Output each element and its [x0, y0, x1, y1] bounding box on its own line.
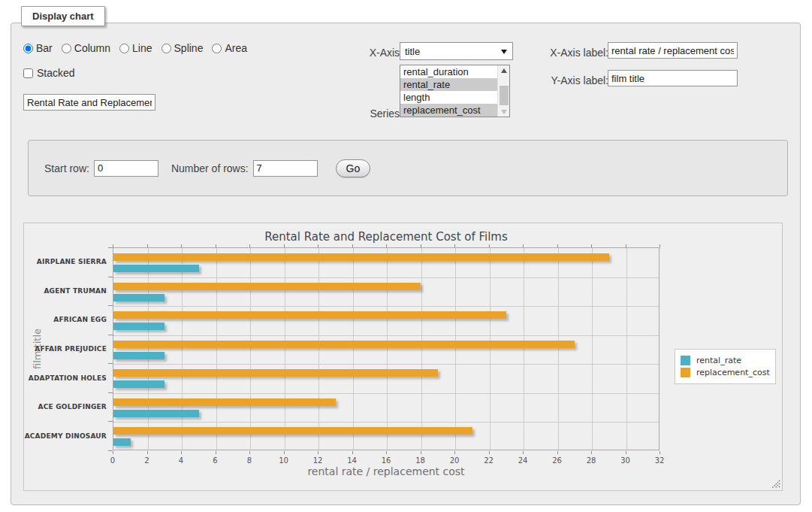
x-tick-mark — [454, 244, 455, 247]
panel-title: Display chart — [21, 6, 105, 26]
chart-type-option-area[interactable]: Area — [212, 42, 247, 54]
chart-type-option-column[interactable]: Column — [62, 42, 110, 54]
scroll-up-button[interactable] — [498, 65, 510, 75]
x-tick-mark — [318, 244, 318, 247]
x-tick-mark — [147, 451, 148, 454]
chart-type-option-bar[interactable]: Bar — [23, 42, 53, 54]
num-rows-input[interactable] — [253, 160, 318, 177]
gridline-horizontal — [113, 277, 659, 278]
bar-rental_rate — [113, 410, 199, 417]
stacked-option[interactable]: Stacked — [23, 67, 75, 79]
chart-type-options: BarColumnLineSplineArea — [23, 42, 256, 54]
display-chart-page: Display chart BarColumnLineSplineArea St… — [0, 0, 812, 512]
y-category-label: ADAPTATION HOLES — [24, 374, 107, 382]
x-tick-mark — [352, 451, 353, 454]
bar-replacement_cost — [113, 253, 609, 261]
gridline-vertical — [455, 248, 456, 450]
x-tick-mark — [489, 451, 490, 454]
start-row-input[interactable] — [94, 160, 158, 177]
series-option-replacement_cost[interactable]: replacement_cost — [400, 104, 497, 117]
bar-rental_rate — [113, 265, 199, 272]
chart-grid — [113, 247, 660, 450]
chart-legend: rental_ratereplacement_cost — [675, 349, 776, 384]
legend-label: replacement_cost — [696, 368, 770, 377]
xaxis-select-label: X-Axis: — [324, 47, 403, 59]
legend-swatch — [681, 368, 690, 377]
stacked-checkbox[interactable] — [23, 68, 33, 78]
y-tick-mark — [108, 335, 113, 335]
yaxis-label-field-label: Y-Axis label: — [537, 74, 608, 86]
x-tick-mark — [181, 451, 182, 454]
xaxis-select[interactable]: title — [400, 42, 513, 60]
chart-type-radio-spline[interactable] — [161, 44, 171, 53]
xaxis-label-input[interactable] — [608, 42, 738, 59]
bar-replacement_cost — [113, 341, 575, 348]
chart-xlabel: rental rate / replacement cost — [113, 465, 660, 477]
series-option-length[interactable]: length — [400, 91, 497, 104]
y-category-label: AFRICAN EGG — [24, 316, 107, 323]
chart-type-radio-line[interactable] — [119, 44, 129, 53]
chart-type-option-line[interactable]: Line — [119, 42, 152, 54]
y-category-label: ACADEMY DINOSAUR — [24, 432, 107, 440]
chart-type-option-spline[interactable]: Spline — [161, 42, 204, 54]
chart-title-input[interactable] — [23, 94, 155, 111]
x-tick-label: 26 — [546, 456, 569, 465]
bar-rental_rate — [113, 380, 165, 388]
bar-replacement_cost — [113, 369, 438, 377]
x-tick-label: 18 — [409, 456, 432, 465]
series-select[interactable]: rental_durationrental_ratelengthreplacem… — [400, 65, 510, 117]
series-options: rental_durationrental_ratelengthreplacem… — [400, 65, 497, 117]
chart-type-option-label: Bar — [36, 42, 53, 54]
y-tick-mark — [108, 277, 113, 277]
scroll-down-button[interactable] — [498, 107, 510, 117]
x-tick-mark — [454, 451, 455, 454]
x-tick-mark — [660, 244, 660, 247]
x-tick-mark — [181, 244, 182, 247]
stacked-label: Stacked — [37, 67, 75, 79]
x-tick-mark — [284, 451, 285, 454]
gridline-horizontal — [113, 364, 659, 365]
x-tick-mark — [557, 244, 558, 247]
x-tick-mark — [421, 451, 421, 454]
y-tick-mark — [108, 392, 113, 393]
scrollbar-thumb[interactable] — [500, 86, 509, 105]
x-tick-label: 4 — [170, 456, 192, 465]
x-tick-mark — [626, 451, 626, 454]
chart-type-option-label: Area — [225, 42, 247, 54]
x-tick-label: 10 — [273, 456, 295, 465]
gridline-vertical — [421, 248, 422, 450]
num-rows-label: Number of rows: — [171, 162, 249, 174]
resize-grip-icon[interactable] — [771, 480, 780, 489]
bar-rental_rate — [113, 323, 165, 330]
x-tick-mark — [352, 244, 353, 247]
gridline-vertical — [182, 248, 183, 450]
bar-rental_rate — [113, 438, 131, 446]
chart-type-radio-column[interactable] — [62, 44, 71, 53]
gridline-horizontal — [113, 393, 659, 394]
series-option-rental_rate[interactable]: rental_rate — [400, 78, 497, 91]
gridline-vertical — [490, 248, 491, 450]
xaxis-label-field-label: X-Axis label: — [537, 47, 608, 59]
x-tick-label: 20 — [443, 456, 466, 465]
x-tick-mark — [386, 451, 387, 454]
chart-type-radio-area[interactable] — [212, 44, 222, 53]
gridline-vertical — [216, 248, 217, 450]
go-button[interactable]: Go — [336, 159, 371, 177]
x-tick-label: 6 — [204, 456, 227, 465]
x-tick-mark — [660, 451, 660, 454]
x-tick-label: 16 — [375, 456, 397, 465]
series-option-rental_duration[interactable]: rental_duration — [400, 65, 497, 78]
gridline-vertical — [285, 248, 285, 450]
bar-rental_rate — [113, 294, 165, 301]
display-chart-frame: BarColumnLineSplineArea Stacked X-Axis: … — [11, 23, 801, 505]
series-scrollbar[interactable] — [497, 65, 509, 117]
yaxis-label-input[interactable] — [608, 70, 738, 86]
gridline-vertical — [353, 248, 354, 450]
chart-type-radio-bar[interactable] — [23, 44, 33, 53]
chart-title: Rental Rate and Replacement Cost of Film… — [113, 230, 660, 244]
x-tick-label: 32 — [648, 456, 671, 465]
x-tick-label: 30 — [614, 456, 637, 465]
legend-entry-rental_rate: rental_rate — [681, 356, 770, 365]
chart-type-option-label: Column — [74, 42, 110, 54]
x-tick-mark — [249, 244, 250, 247]
